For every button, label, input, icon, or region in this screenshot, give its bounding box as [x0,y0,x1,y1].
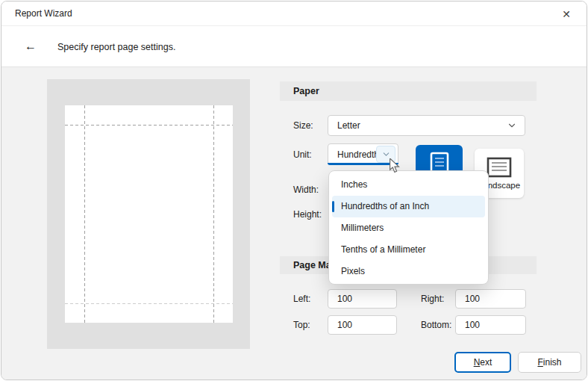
unit-option-inches[interactable]: Inches [332,174,485,196]
margin-guide-bottom [65,303,233,304]
close-icon: ✕ [562,8,571,20]
window-title: Report Wizard [15,1,72,25]
size-value: Letter [328,120,360,131]
unit-option-tenths-of-a-millimeter[interactable]: Tenths of a Millimeter [332,239,485,261]
report-wizard-window: Report Wizard ✕ ← Specify report page se… [1,1,587,380]
next-button-label: Next [474,357,492,368]
back-button[interactable]: ← [22,37,40,56]
page-preview [65,105,233,323]
content-area: Paper Size: Letter Unit: Hundredth... [1,67,587,380]
unit-dropdown-popup: Inches Hundredths of an Inch Millimeters… [328,170,489,285]
mouse-cursor-icon [389,158,400,176]
margin-right-label: Right: [421,289,444,309]
margin-left-input[interactable] [328,289,397,309]
margin-guide-left [84,105,85,323]
size-combobox[interactable]: Letter [328,115,525,136]
unit-option-millimeters[interactable]: Millimeters [332,217,485,239]
page-title: Specify report page settings. [57,26,175,67]
unit-label: Unit: [293,143,312,166]
title-bar: Report Wizard ✕ [1,1,587,26]
chevron-down-icon [507,120,517,131]
finish-button[interactable]: Finish [518,352,581,373]
height-label: Height: [293,208,322,220]
margin-right-input[interactable] [455,289,526,309]
selected-indicator-bar [332,201,334,212]
size-label: Size: [293,115,313,136]
unit-combobox[interactable]: Hundredth... [328,143,398,165]
margin-top-input[interactable] [328,315,397,335]
focus-underline [328,163,398,165]
margin-bottom-input[interactable] [455,315,526,335]
margin-guide-top [65,125,233,126]
margin-guide-right [213,105,214,323]
paper-section-title: Paper [293,86,319,96]
unit-option-hundredths-of-an-inch[interactable]: Hundredths of an Inch [332,196,485,217]
margin-bottom-label: Bottom: [421,315,451,335]
margin-left-label: Left: [293,289,310,309]
landscape-page-icon [487,157,512,178]
close-button[interactable]: ✕ [557,4,576,24]
next-button[interactable]: Next [454,352,511,373]
paper-section-header: Paper [280,81,537,101]
wizard-header: ← Specify report page settings. [1,26,587,67]
unit-option-pixels[interactable]: Pixels [332,261,485,282]
finish-button-label: Finish [537,357,561,368]
margin-top-label: Top: [293,315,310,335]
back-arrow-icon: ← [25,40,37,53]
width-label: Width: [293,184,319,196]
